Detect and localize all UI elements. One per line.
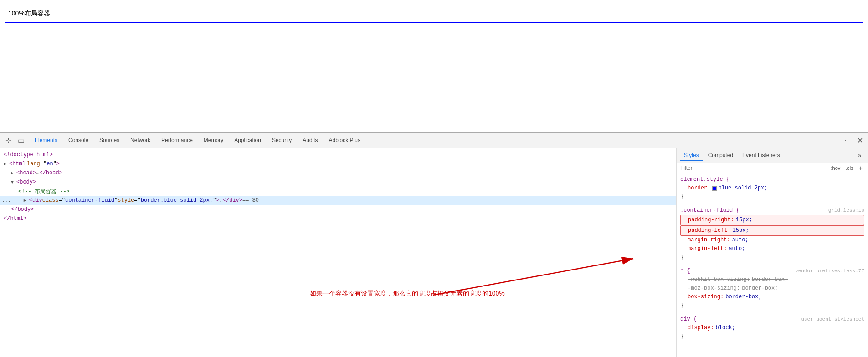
style-prop-padding-left: padding-left: 15px; <box>680 225 864 236</box>
html-expand-head[interactable]: ▶ <box>11 170 16 176</box>
tab-audits[interactable]: Audits <box>297 133 323 148</box>
html-expand-body[interactable]: ▼ <box>11 180 16 185</box>
styles-content[interactable]: element.style { border: blue solid 2px; … <box>677 173 868 357</box>
html-line-div-selected[interactable]: ... ▶ <div class="container-fluid" style… <box>0 196 676 205</box>
tab-application[interactable]: Application <box>229 133 267 148</box>
close-devtools-icon[interactable]: ✕ <box>853 134 866 147</box>
expand-dots[interactable]: ... <box>2 198 11 203</box>
html-line-comment[interactable]: <!-- 布局容器 --> <box>0 187 676 196</box>
tab-performance[interactable]: Performance <box>156 133 198 148</box>
tab-sources[interactable]: Sources <box>94 133 125 148</box>
filter-pseudo-btn[interactable]: :hov <box>829 164 842 172</box>
tab-adblock[interactable]: Adblock Plus <box>324 133 366 148</box>
tab-elements[interactable]: Elements <box>29 133 63 148</box>
tab-security[interactable]: Security <box>267 133 297 148</box>
tab-console[interactable]: Console <box>63 133 94 148</box>
style-rule-element: element.style { border: blue solid 2px; … <box>680 175 864 202</box>
styles-panel-tabs: Styles Computed Event Listeners » <box>677 148 868 163</box>
more-options-icon[interactable]: ⋮ <box>839 134 852 147</box>
styles-filter-input[interactable] <box>680 165 827 171</box>
style-rule-star: * { vendor-prefixes.less:77 -webkit-box-… <box>680 267 864 311</box>
tab-computed[interactable]: Computed <box>704 150 737 161</box>
style-prop-display: display: block; <box>680 324 864 332</box>
html-expand-div[interactable]: ▶ <box>24 198 29 203</box>
filter-add-btn[interactable]: + <box>857 164 864 172</box>
html-line-doctype[interactable]: <!doctype html> <box>0 150 676 159</box>
devtools-toolbar-right: ⋮ ✕ <box>839 134 866 147</box>
html-panel[interactable]: <!doctype html> ▶ <html lang="en" > ▶ <h… <box>0 148 677 357</box>
style-prop-padding-right: padding-right: 15px; <box>680 215 864 225</box>
cursor-icon-btn[interactable]: ⊹ <box>2 134 15 147</box>
devtools-main: <!doctype html> ▶ <html lang="en" > ▶ <h… <box>0 148 868 357</box>
styles-tab-more-icon[interactable]: » <box>855 151 864 160</box>
style-prop-moz-box-sizing: -moz-box-sizing: border-box; <box>680 284 864 293</box>
html-line-body-close[interactable]: </body> <box>0 205 676 214</box>
devtools-toolbar: ⊹ ▭ Elements Console Sources Network Per… <box>0 133 868 148</box>
style-prop-box-sizing: box-sizing: border-box; <box>680 293 864 301</box>
browser-content: 100%布局容器 <box>0 0 868 132</box>
styles-filter-bar: :hov .cls + <box>677 163 868 173</box>
style-prop-margin-left: margin-left: auto; <box>680 245 864 253</box>
style-prop-margin-right: margin-right: auto; <box>680 236 864 245</box>
tab-memory[interactable]: Memory <box>198 133 229 148</box>
devtools-panel: ⊹ ▭ Elements Console Sources Network Per… <box>0 132 868 357</box>
devtools-tabs: Elements Console Sources Network Perform… <box>29 133 366 148</box>
tab-network[interactable]: Network <box>125 133 156 148</box>
html-line-head[interactable]: ▶ <head> … </head> <box>0 168 676 178</box>
style-rule-container-fluid: .container-fluid { grid.less:10 padding-… <box>680 206 864 262</box>
tab-styles[interactable]: Styles <box>680 150 703 161</box>
style-rule-div: div { user agent stylesheet display: blo… <box>680 315 864 342</box>
filter-cls-btn[interactable]: .cls <box>844 164 855 172</box>
inspect-box-icon-btn[interactable]: ▭ <box>15 134 27 147</box>
color-swatch-blue[interactable] <box>712 186 717 191</box>
styles-panel: Styles Computed Event Listeners » :hov .… <box>677 148 868 357</box>
html-line-html-open[interactable]: ▶ <html lang="en" > <box>0 159 676 168</box>
tab-event-listeners[interactable]: Event Listeners <box>739 150 784 161</box>
html-line-html-close[interactable]: </html> <box>0 214 676 223</box>
page-container-label: 100%布局容器 <box>8 10 50 18</box>
html-line-body-open[interactable]: ▼ <body> <box>0 178 676 187</box>
html-expand-html[interactable]: ▶ <box>4 161 9 167</box>
page-container-box: 100%布局容器 <box>5 5 863 23</box>
style-prop-webkit-box-sizing: -webkit-box-sizing: border-box; <box>680 275 864 284</box>
style-prop-border: border: blue solid 2px; <box>680 184 864 193</box>
